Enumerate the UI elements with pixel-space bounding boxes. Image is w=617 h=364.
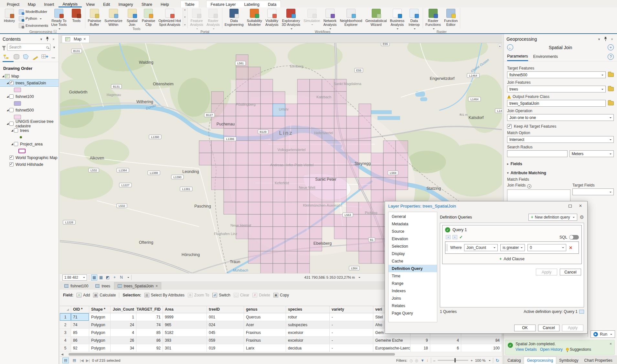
cell[interactable]: 86 [136, 337, 163, 344]
fishnet-cell[interactable] [297, 190, 310, 202]
remove-clause-icon[interactable]: ✕ [569, 245, 572, 250]
zoom-in-icon[interactable]: + [471, 359, 473, 362]
browse-folder-icon[interactable] [608, 101, 614, 105]
dialog-nav-metadata[interactable]: Metadata [388, 220, 437, 228]
zoom-out-icon[interactable]: – [433, 359, 435, 362]
ribbon-tab-share[interactable]: Share [137, 1, 156, 7]
target-features-select[interactable]: fishnet500 [507, 71, 606, 78]
fishnet-cell[interactable] [383, 153, 396, 165]
fishnet-cell[interactable] [285, 227, 297, 239]
clause-value-select[interactable]: 0 [527, 244, 566, 251]
fishnet-cell[interactable] [334, 190, 346, 202]
cell[interactable]: Polygon [89, 344, 111, 352]
row-number[interactable]: 4 [60, 337, 71, 344]
layer-visibility-checkbox[interactable] [9, 108, 14, 112]
cell[interactable]: 4 [430, 337, 461, 344]
refresh-icon[interactable]: ↻ [495, 358, 499, 363]
ribbon-button-pairwise-buffer[interactable]: Pairwise Buffer [86, 8, 103, 27]
fishnet-cell[interactable] [322, 153, 334, 165]
fishnet-cell[interactable] [334, 153, 346, 165]
cell[interactable]: 4 [111, 329, 136, 336]
table-view-icon[interactable]: ▤ [62, 358, 69, 363]
cell[interactable]: excelsior [286, 337, 330, 344]
fishnet-cell[interactable] [248, 116, 261, 128]
ribbon-button-spatial-join[interactable]: Spatial Join [124, 8, 140, 27]
fishnet-cell[interactable] [334, 116, 346, 128]
fishnet-cell[interactable] [310, 165, 322, 177]
cell[interactable]: 019 [207, 344, 244, 352]
layer-item-unigis-exercise-tree-cadastre[interactable]: ◢UNIGIS Exercise tree cadastre [0, 120, 59, 127]
layer-item-fishnet100[interactable]: ◢fishnet100 [0, 93, 59, 100]
fishnet-cell[interactable] [310, 116, 322, 128]
list-by-drawing-order-icon[interactable] [3, 54, 10, 60]
fishnet-cell[interactable] [322, 214, 334, 227]
ribbon-button-python[interactable]: Python [17, 16, 49, 21]
fishnet-cell[interactable] [334, 104, 346, 116]
symbol-swatch[interactable] [14, 88, 21, 92]
next-clause-icon[interactable]: ▸ [452, 235, 457, 239]
fishnet-cell[interactable] [371, 165, 383, 177]
fishnet-cell[interactable] [261, 263, 273, 273]
fishnet-cell[interactable] [371, 153, 383, 165]
fishnet-cell[interactable] [224, 177, 236, 190]
back-icon[interactable]: ← [507, 44, 513, 50]
fishnet-cell[interactable] [273, 91, 285, 104]
cell[interactable]: Polygon [89, 313, 111, 321]
fishnet-cell[interactable] [236, 91, 248, 104]
dock-tab-symbology[interactable]: Symbology [556, 357, 581, 364]
table-row[interactable]: 486Polygon2686393059Fraxinusexcelsior-Ge… [60, 337, 502, 344]
match-option-select[interactable]: Intersect [507, 136, 614, 143]
fishnet-cell[interactable] [310, 79, 322, 91]
fishnet-cell[interactable] [383, 190, 396, 202]
dialog-nav-relates[interactable]: Relates [388, 302, 437, 309]
table-toolbar-copy[interactable]: ▣Copy [273, 293, 289, 297]
join-features-select[interactable]: trees [507, 86, 606, 92]
map-bar-icon-3[interactable]: + [112, 274, 118, 281]
zoom-chevron-icon[interactable] [489, 360, 491, 362]
fishnet-cell[interactable] [297, 128, 310, 141]
fishnet-cell[interactable] [297, 91, 310, 104]
cell[interactable]: 74 [71, 321, 89, 328]
clause-operator-select[interactable]: is greater [500, 244, 525, 251]
fishnet-cell[interactable] [236, 79, 248, 91]
fishnet-cell[interactable] [236, 116, 248, 128]
cell[interactable]: Fraxinus [244, 329, 286, 336]
fishnet-cell[interactable] [297, 104, 310, 116]
fishnet-cell[interactable] [383, 177, 396, 190]
fishnet-cell[interactable] [273, 263, 285, 273]
cell[interactable]: 92 [136, 344, 163, 352]
fishnet-cell[interactable] [211, 153, 224, 165]
fishnet-cell[interactable] [236, 153, 248, 165]
suggestions[interactable]: Suggestions [566, 347, 591, 352]
fishnet-cell[interactable] [224, 104, 236, 116]
dialog-nav-general[interactable]: General [388, 213, 437, 220]
cell[interactable]: 965 [163, 321, 207, 328]
column-header-species[interactable]: species [286, 306, 330, 313]
column-header-shape[interactable]: Shape * [89, 306, 111, 313]
browse-folder-icon[interactable] [608, 73, 614, 77]
ribbon-tab-data[interactable]: Data [264, 1, 281, 7]
gp-collapse-icon[interactable]: ▾ [597, 37, 601, 41]
clause-drag-handle[interactable] [445, 244, 448, 251]
dialog-nav-range[interactable]: Range [388, 280, 437, 287]
fishnet-cell[interactable] [322, 116, 334, 128]
ribbon-button-neighborhood-explorer[interactable]: Neighborhood Explorer [338, 8, 364, 30]
fishnet-cell[interactable] [273, 214, 285, 227]
fishnet-cell[interactable] [396, 153, 408, 165]
fishnet-cell[interactable] [261, 141, 273, 153]
search-input[interactable]: Search [7, 44, 50, 51]
ribbon-button-geostatistical-wizard[interactable]: Geostatistical Wizard [364, 8, 388, 30]
fishnet-cell[interactable] [297, 165, 310, 177]
ribbon-button-exploratory-3d-analysis[interactable]: Exploratory 3D Analysis [280, 8, 302, 30]
join-fields-chevron-icon[interactable]: ▾ [527, 184, 531, 188]
fishnet-cell[interactable] [248, 239, 261, 251]
output-input[interactable]: trees_SpatialJoin [507, 100, 606, 107]
layer-visibility-checkbox[interactable] [9, 162, 14, 166]
column-header-variety[interactable]: variety [330, 306, 373, 313]
dialog-nav-time[interactable]: Time [388, 272, 437, 280]
map-view-tab[interactable]: Map × [62, 35, 90, 43]
fishnet-cell[interactable] [261, 104, 273, 116]
fishnet-cell[interactable] [248, 251, 261, 263]
cell[interactable]: Polygon [89, 321, 111, 328]
run-button[interactable]: ▶ Run [590, 330, 615, 338]
